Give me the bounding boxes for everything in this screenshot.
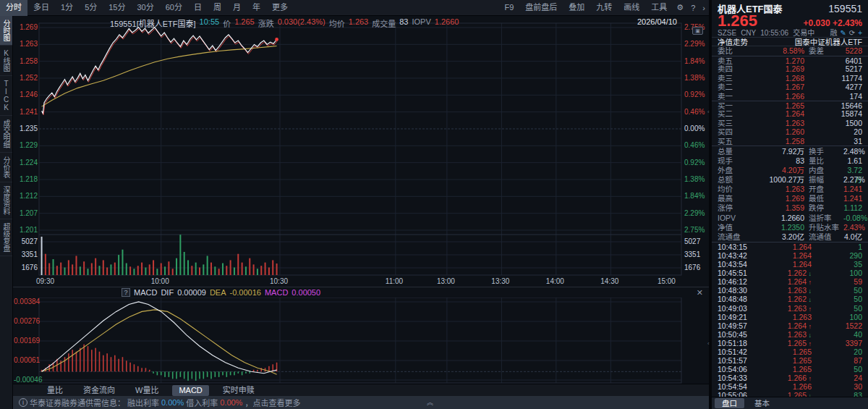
sell-level-row[interactable]: 卖五1.2706401 bbox=[712, 56, 868, 64]
stats-row: 净值1.2350升贴水率2.43% bbox=[712, 223, 868, 232]
change-pct: +2.43% bbox=[833, 18, 862, 28]
period-tab-月[interactable]: 月 bbox=[227, 0, 247, 16]
stat-label: 总量 bbox=[718, 147, 742, 156]
level-price: 1.267 bbox=[742, 83, 804, 91]
menu-item-画线[interactable]: 画线 bbox=[618, 0, 645, 16]
sell-level-row[interactable]: 卖二1.2674277 bbox=[712, 83, 868, 91]
sidebar-item-深度资料[interactable]: 深度资料 bbox=[0, 182, 12, 219]
collapse-left-icon[interactable]: ‹ bbox=[707, 340, 710, 347]
level-volume: 4277 bbox=[804, 83, 862, 91]
buy-level-row[interactable]: 买四1.26020 bbox=[712, 127, 868, 136]
tick-volume: 50 bbox=[812, 365, 862, 374]
sell-level-row[interactable]: 卖四1.2695217 bbox=[712, 64, 868, 73]
period-tab-日[interactable]: 日 bbox=[188, 0, 208, 16]
indicator-tab-量比[interactable]: 量比 bbox=[41, 385, 69, 396]
menu-item-F9[interactable]: F9 bbox=[498, 0, 519, 16]
tick-row: 10:48:481.262 ↓50 bbox=[712, 295, 868, 303]
menu-item-盘前盘后[interactable]: 盘前盘后 bbox=[519, 0, 563, 16]
indicator-tab-资金流向[interactable]: 资金流向 bbox=[77, 385, 122, 396]
macd-axis-label: 0.00169 bbox=[14, 337, 38, 345]
y-axis-price-label: 1.258 bbox=[14, 58, 38, 65]
buy-level-row[interactable]: 买一1.26515646 bbox=[712, 101, 868, 109]
period-tab-年[interactable]: 年 bbox=[247, 0, 266, 16]
period-tab-5分[interactable]: 5分 bbox=[79, 0, 103, 16]
uptick-arrow-icon: ↑ bbox=[807, 279, 812, 286]
indicator-tab-实时申赎[interactable]: 实时申赎 bbox=[216, 385, 261, 396]
buy-level-row[interactable]: 买二1.26415874 bbox=[712, 109, 868, 118]
sell-level-row[interactable]: 卖一1.266174 bbox=[712, 92, 868, 101]
period-tab-1分[interactable]: 1分 bbox=[55, 0, 79, 16]
tick-price-value: 1.264 bbox=[788, 277, 807, 286]
level-price: 1.266 bbox=[742, 92, 804, 101]
refresh-icon[interactable]: ⟳ bbox=[849, 29, 855, 37]
chart-body-row: 分时图K线图TICK成交明细分价表深度资料超级复盘 159551[机器人ETF国… bbox=[0, 16, 709, 409]
sidebar-item-TICK[interactable]: TICK bbox=[0, 76, 12, 116]
sidebar-item-成交明细[interactable]: 成交明细 bbox=[0, 116, 12, 153]
x-axis-time-label: 14:30 bbox=[600, 277, 618, 285]
quote-panel: 机器人ETF国泰 159551 1.265 +0.030 +2.43% SZSE… bbox=[712, 0, 868, 409]
y-axis-pct-label: 1.38% bbox=[684, 75, 705, 82]
buy-level-row[interactable]: 买三1.2631500 bbox=[712, 119, 868, 127]
sidebar-item-超级复盘[interactable]: 超级复盘 bbox=[0, 219, 12, 256]
panel-divider[interactable]: ‹ ‹ bbox=[709, 0, 712, 409]
tick-row: 10:45:511.262 ↓100 bbox=[712, 269, 868, 277]
period-tab-15分[interactable]: 15分 bbox=[103, 0, 131, 16]
sidebar-item-分时图[interactable]: 分时图 bbox=[0, 16, 12, 46]
period-tab-30分[interactable]: 30分 bbox=[132, 0, 160, 16]
view-more-link[interactable]: ，点击查看更多 bbox=[244, 397, 300, 408]
add-icon[interactable]: + bbox=[858, 29, 862, 37]
tick-volume: 100 bbox=[812, 313, 862, 321]
help-icon[interactable]: ? bbox=[687, 4, 699, 12]
tick-volume: 20 bbox=[812, 347, 862, 356]
x-axis-time-label: 10:00 bbox=[151, 277, 169, 285]
stats-block: 总量7.92万换手2.48%现手83量比1.61外盘4.20万内盘3.72万总额… bbox=[712, 146, 868, 242]
indicator-tab-MACD[interactable]: MACD bbox=[172, 385, 208, 396]
indicator-help-icon[interactable]: ? bbox=[122, 288, 130, 297]
avg-value: 1.263 bbox=[349, 17, 369, 29]
settings-icon[interactable]: ⚙ bbox=[673, 3, 687, 12]
quote-tab-基本[interactable]: 基本 bbox=[747, 398, 777, 408]
level-volume: 31 bbox=[804, 137, 862, 146]
popup-chart-icon[interactable]: ▣ bbox=[692, 27, 703, 35]
stats-row: 最高1.269最低1.241 bbox=[712, 194, 868, 203]
y-axis-price-label: 1.246 bbox=[14, 91, 38, 98]
macd-macd-value: 0.00050 bbox=[292, 288, 320, 297]
period-tab-60分[interactable]: 60分 bbox=[160, 0, 188, 16]
period-tab-更多[interactable]: 更多 bbox=[266, 0, 294, 16]
tick-row: 10:43:541.26435 bbox=[712, 260, 868, 269]
close-indicator-icon[interactable]: ✕ bbox=[697, 288, 703, 297]
nav-value-row[interactable]: 净值走势 国泰中证机器人ETF bbox=[712, 37, 868, 46]
period-tab-多日[interactable]: 多日 bbox=[27, 0, 55, 16]
collapse-left-icon[interactable]: ‹ bbox=[707, 109, 710, 115]
period-tab-周[interactable]: 周 bbox=[208, 0, 227, 16]
stat-value: 1.2350 bbox=[742, 223, 804, 232]
sell-level-row[interactable]: 卖三1.26811774 bbox=[712, 74, 868, 83]
collapse-status-icon[interactable]: ︽ bbox=[427, 397, 433, 407]
macd-chart-svg[interactable] bbox=[13, 298, 709, 384]
sidebar-item-K线图[interactable]: K线图 bbox=[0, 46, 12, 76]
period-menu-bar: 分时多日1分5分15分30分60分日周月年更多 F9盘前盘后叠加九转画线工具⚙?… bbox=[0, 0, 709, 16]
quote-time: 10:55:06 bbox=[760, 29, 788, 37]
change-abs: +0.030 bbox=[804, 18, 830, 28]
tick-list: 10:43:151.264110:43:421.26429010:43:541.… bbox=[712, 242, 868, 397]
status-provider-text: 华泰证券融券通供需信息： bbox=[30, 397, 125, 408]
quote-panel-tabs: 盘口基本 bbox=[712, 397, 868, 409]
intraday-chart-svg[interactable] bbox=[13, 16, 709, 277]
nav-trend-link[interactable]: 净值走势 bbox=[718, 38, 748, 46]
chevron-right-icon[interactable]: › bbox=[699, 4, 709, 12]
stat-label: 流通盘 bbox=[718, 232, 742, 242]
y-axis-pct-label: 3351 bbox=[684, 251, 700, 258]
margin-badge[interactable]: 融 bbox=[830, 29, 837, 37]
stat-value: -0.08% bbox=[843, 214, 867, 223]
borrow-rate-label: 借入利率 bbox=[186, 397, 218, 408]
quote-tab-盘口[interactable]: 盘口 bbox=[715, 398, 744, 408]
indicator-tab-W量比[interactable]: W量比 bbox=[129, 385, 165, 396]
sidebar-item-分价表[interactable]: 分价表 bbox=[0, 153, 12, 182]
buy-level-row[interactable]: 买五1.25831 bbox=[712, 137, 868, 146]
edit-icon[interactable]: ✎ bbox=[840, 29, 846, 37]
period-tab-分时[interactable]: 分时 bbox=[0, 0, 27, 16]
last-price: 1.265 bbox=[718, 13, 757, 28]
menu-item-叠加[interactable]: 叠加 bbox=[563, 0, 590, 16]
menu-item-工具[interactable]: 工具 bbox=[645, 0, 673, 16]
menu-item-九转[interactable]: 九转 bbox=[590, 0, 618, 16]
